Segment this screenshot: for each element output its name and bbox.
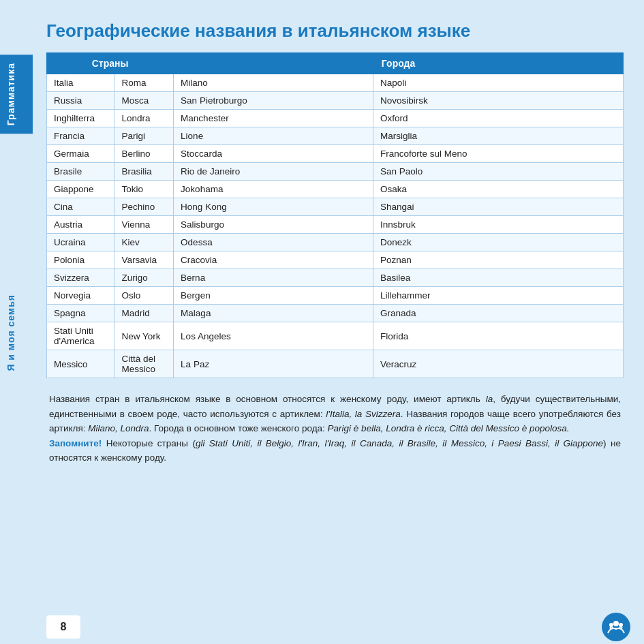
table-row: PoloniaVarsaviaCracoviaPoznan — [47, 251, 624, 269]
page-number: 8 — [46, 615, 80, 639]
cell-city2: Napoli — [373, 74, 624, 92]
table-row: NorvegiaOsloBergenLillehammer — [47, 287, 624, 305]
cell-city1: Lione — [174, 127, 373, 145]
cell-city1: Hong Kong — [174, 198, 373, 216]
cell-country: Russia — [47, 92, 114, 110]
cell-city1: Rio de Janeiro — [174, 163, 373, 181]
cell-capital: New York — [114, 322, 174, 350]
cell-city2: Florida — [373, 322, 624, 350]
cell-city2: Osaka — [373, 181, 624, 198]
cell-country: Cina — [47, 198, 114, 216]
svg-point-1 — [609, 623, 613, 627]
cell-city1: Los Angeles — [174, 322, 373, 350]
cell-capital: Tokio — [114, 181, 174, 198]
cell-country: Francia — [47, 127, 114, 145]
cell-city1: Odessa — [174, 234, 373, 251]
table-row: GiapponeTokioJokohamaOsaka — [47, 181, 624, 198]
cell-capital: Vienna — [114, 216, 174, 234]
table-row: Stati Uniti d'AmericaNew YorkLos Angeles… — [47, 322, 624, 350]
cell-city2: Granada — [373, 305, 624, 322]
cell-city2: San Paolo — [373, 163, 624, 181]
footer: 8 — [0, 610, 644, 644]
sidebar-grammar-label: Грамматика — [0, 55, 33, 134]
cell-city1: Malaga — [174, 305, 373, 322]
cell-capital: Parigi — [114, 127, 174, 145]
cell-capital: Città del Messico — [114, 350, 174, 378]
cell-city1: Salisburgo — [174, 216, 373, 234]
cell-country: Norvegia — [47, 287, 114, 305]
page-title: Географические названия в итальянском яз… — [46, 20, 624, 42]
cell-country: Italia — [47, 74, 114, 92]
cell-city1: Jokohama — [174, 181, 373, 198]
cell-city1: Cracovia — [174, 251, 373, 269]
cell-country: Stati Uniti d'America — [47, 322, 114, 350]
cell-country: Polonia — [47, 251, 114, 269]
cell-city2: Francoforte sul Meno — [373, 145, 624, 163]
cell-city1: Milano — [174, 74, 373, 92]
cell-capital: Londra — [114, 110, 174, 127]
cell-city1: Stoccarda — [174, 145, 373, 163]
cell-capital: Brasilia — [114, 163, 174, 181]
main-content: Географические названия в итальянском яз… — [33, 0, 644, 644]
description-block: Названия стран в итальянском языке в осн… — [46, 392, 624, 465]
cell-city2: Shangai — [373, 198, 624, 216]
cell-city2: Veracruz — [373, 350, 624, 378]
table-row: GermaiaBerlinoStoccardaFrancoforte sul M… — [47, 145, 624, 163]
svg-point-2 — [619, 623, 623, 627]
table-row: SvizzeraZurigoBernaBasilea — [47, 269, 624, 287]
cell-capital: Roma — [114, 74, 174, 92]
cell-city1: Bergen — [174, 287, 373, 305]
table-row: InghilterraLondraManchesterOxford — [47, 110, 624, 127]
sidebar: Грамматика Я и моя семья — [0, 0, 33, 644]
table-row: AustriaViennaSalisburgoInnsbruk — [47, 216, 624, 234]
desc-text5: Некоторые страны ( — [102, 438, 196, 448]
cell-capital: Zurigo — [114, 269, 174, 287]
cell-country: Germaia — [47, 145, 114, 163]
sidebar-family-label: Я и моя семья — [0, 286, 33, 380]
cell-country: Spagna — [47, 305, 114, 322]
table-row: CinaPechinoHong KongShangai — [47, 198, 624, 216]
cell-city2: Poznan — [373, 251, 624, 269]
cell-country: Austria — [47, 216, 114, 234]
family-icon — [602, 613, 630, 641]
cell-capital: Kiev — [114, 234, 174, 251]
cell-city1: Manchester — [174, 110, 373, 127]
cell-country: Giappone — [47, 181, 114, 198]
desc-text1: Названия стран в итальянском языке в осн… — [49, 394, 486, 404]
cell-capital: Varsavia — [114, 251, 174, 269]
desc-countries-italic: gli Stati Uniti, il Belgio, l'Iran, l'Ir… — [196, 438, 603, 448]
table-row: BrasileBrasiliaRio de JaneiroSan Paolo — [47, 163, 624, 181]
table-row: ItaliaRomaMilanoNapoli — [47, 74, 624, 92]
cell-city1: San Pietroburgo — [174, 92, 373, 110]
table-row: UcrainaKievOdessaDonezk — [47, 234, 624, 251]
cell-country: Svizzera — [47, 269, 114, 287]
cell-city2: Basilea — [373, 269, 624, 287]
table-row: FranciaParigiLioneMarsiglia — [47, 127, 624, 145]
cell-city2: Marsiglia — [373, 127, 624, 145]
header-cities: Города — [174, 53, 624, 74]
cell-city2: Innsbruk — [373, 216, 624, 234]
header-countries: Страны — [47, 53, 174, 74]
desc-la: la — [486, 394, 493, 404]
cell-capital: Berlino — [114, 145, 174, 163]
cell-country: Brasile — [47, 163, 114, 181]
cell-city2: Donezk — [373, 234, 624, 251]
table-row: MessicoCittà del MessicoLa PazVeracruz — [47, 350, 624, 378]
cell-capital: Oslo — [114, 287, 174, 305]
page-container: Грамматика Я и моя семья Географические … — [0, 0, 644, 644]
desc-cities-italic: Parigi è bella, Londra è ricca, Città de… — [328, 423, 570, 433]
cell-city2: Lillehammer — [373, 287, 624, 305]
cell-country: Messico — [47, 350, 114, 378]
table-row: SpagnaMadridMalagaGranada — [47, 305, 624, 322]
cell-city2: Novosibirsk — [373, 92, 624, 110]
desc-litalia: l'Italia, la Svizzera — [326, 409, 400, 419]
cell-city2: Oxford — [373, 110, 624, 127]
cell-country: Inghilterra — [47, 110, 114, 127]
cell-city1: Berna — [174, 269, 373, 287]
cell-city1: La Paz — [174, 350, 373, 378]
desc-milano: Milano, Londra — [88, 423, 149, 433]
desc-remember: Запомните! — [49, 438, 102, 448]
cell-country: Ucraina — [47, 234, 114, 251]
table-row: RussiaMoscaSan PietroburgoNovosibirsk — [47, 92, 624, 110]
cell-capital: Mosca — [114, 92, 174, 110]
